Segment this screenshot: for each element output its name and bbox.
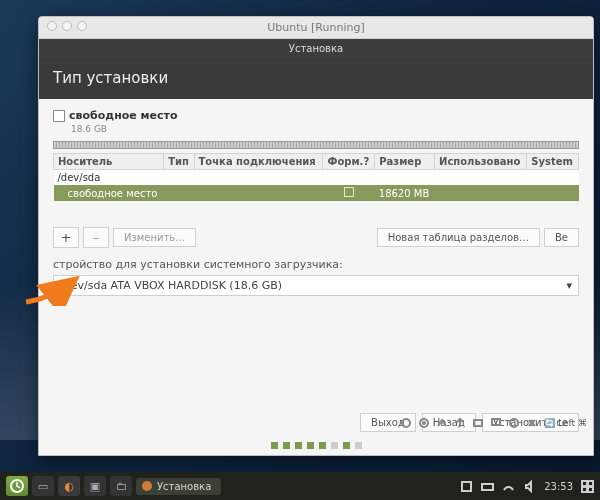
add-partition-button[interactable]: +	[53, 227, 79, 248]
vm-titlebar[interactable]: Ubuntu [Running]	[39, 17, 593, 39]
svg-rect-10	[588, 481, 593, 486]
remove-partition-button[interactable]: –	[83, 227, 109, 248]
updates-icon[interactable]	[460, 480, 473, 493]
firefox-icon[interactable]: ◐	[58, 476, 80, 496]
recording-icon	[508, 417, 520, 429]
display-icon	[490, 417, 502, 429]
chevron-down-icon: ▾	[566, 279, 572, 292]
table-row-device[interactable]: /dev/sda	[54, 170, 579, 186]
svg-point-0	[402, 419, 410, 427]
step-pager	[39, 438, 593, 455]
svg-rect-7	[462, 482, 471, 491]
host-key-indicator: 🔄 Left ⌘	[544, 418, 587, 428]
installer-title: Установка	[289, 43, 343, 54]
minimize-icon[interactable]	[62, 21, 72, 31]
volume-icon[interactable]	[523, 480, 536, 493]
free-size: 18620 MB	[375, 185, 435, 201]
revert-button[interactable]: Ве	[544, 228, 579, 247]
disk-usage-bar	[53, 141, 579, 149]
vm-title: Ubuntu [Running]	[267, 21, 364, 34]
col-size[interactable]: Размер	[375, 154, 435, 170]
format-flag-icon	[344, 187, 354, 197]
bootloader-value: /dev/sda ATA VBOX HARDDISK (18.6 GB)	[60, 279, 282, 292]
svg-rect-8	[482, 484, 493, 490]
free-label: свободное место	[54, 185, 164, 201]
start-menu-button[interactable]	[6, 476, 28, 496]
taskbar[interactable]: ▭ ◐ ▣ 🗀 Установка 23:53	[0, 472, 600, 500]
terminal-icon[interactable]: ▣	[84, 476, 106, 496]
workspace-icon[interactable]	[581, 480, 594, 493]
show-desktop-button[interactable]: ▭	[32, 476, 54, 496]
svg-rect-11	[582, 487, 587, 492]
partition-table[interactable]: Носитель Тип Точка подключения Форм.? Ра…	[53, 153, 579, 201]
app-icon	[142, 481, 152, 491]
network-icon	[436, 417, 448, 429]
col-mount[interactable]: Точка подключения	[194, 154, 323, 170]
installer-header: Тип установки	[39, 57, 593, 99]
svg-rect-12	[588, 487, 593, 492]
disk-icon	[400, 417, 412, 429]
shared-folder-icon	[472, 417, 484, 429]
svg-rect-9	[582, 481, 587, 486]
svg-point-2	[423, 422, 425, 424]
keyboard-icon[interactable]	[481, 480, 494, 493]
bootloader-select[interactable]: /dev/sda ATA VBOX HARDDISK (18.6 GB) ▾	[53, 275, 579, 296]
bootloader-label: стройство для установки системного загру…	[53, 258, 579, 271]
page-heading: Тип установки	[53, 69, 579, 87]
installer-titlebar[interactable]: Установка	[39, 39, 593, 57]
device-cell: /dev/sda	[54, 170, 579, 186]
virtualbox-window: Ubuntu [Running] Установка Тип установки…	[38, 16, 594, 456]
freespace-size: 18.6 GB	[71, 124, 579, 134]
network-tray-icon[interactable]	[502, 480, 515, 493]
svg-rect-3	[474, 420, 482, 426]
mouse-integration-icon	[526, 417, 538, 429]
window-controls[interactable]	[47, 21, 87, 31]
files-icon[interactable]: 🗀	[110, 476, 132, 496]
new-table-button[interactable]: Новая таблица разделов…	[377, 228, 540, 247]
taskbar-app-installer[interactable]: Установка	[136, 478, 221, 495]
installer-body: Тип установки свободное место 18.6 GB Но…	[39, 57, 593, 455]
usb-icon	[454, 417, 466, 429]
table-row-freespace[interactable]: свободное место 18620 MB	[54, 185, 579, 201]
partition-toolbar: + – Изменить… Новая таблица разделов… Ве	[53, 227, 579, 248]
svg-rect-4	[492, 419, 500, 425]
optical-icon	[418, 417, 430, 429]
col-format[interactable]: Форм.?	[323, 154, 375, 170]
vbox-status-icons: 🔄 Left ⌘	[400, 417, 587, 429]
col-type[interactable]: Тип	[164, 154, 194, 170]
system-tray[interactable]: 23:53	[460, 480, 594, 493]
taskbar-app-label: Установка	[157, 481, 211, 492]
col-device[interactable]: Носитель	[54, 154, 164, 170]
maximize-icon[interactable]	[77, 21, 87, 31]
freespace-label: свободное место	[69, 109, 178, 122]
change-partition-button[interactable]: Изменить…	[113, 228, 196, 247]
col-system[interactable]: System	[527, 154, 579, 170]
svg-point-5	[510, 419, 518, 427]
freespace-checkbox[interactable]	[53, 110, 65, 122]
close-icon[interactable]	[47, 21, 57, 31]
clock[interactable]: 23:53	[544, 481, 573, 492]
col-used[interactable]: Использовано	[435, 154, 527, 170]
